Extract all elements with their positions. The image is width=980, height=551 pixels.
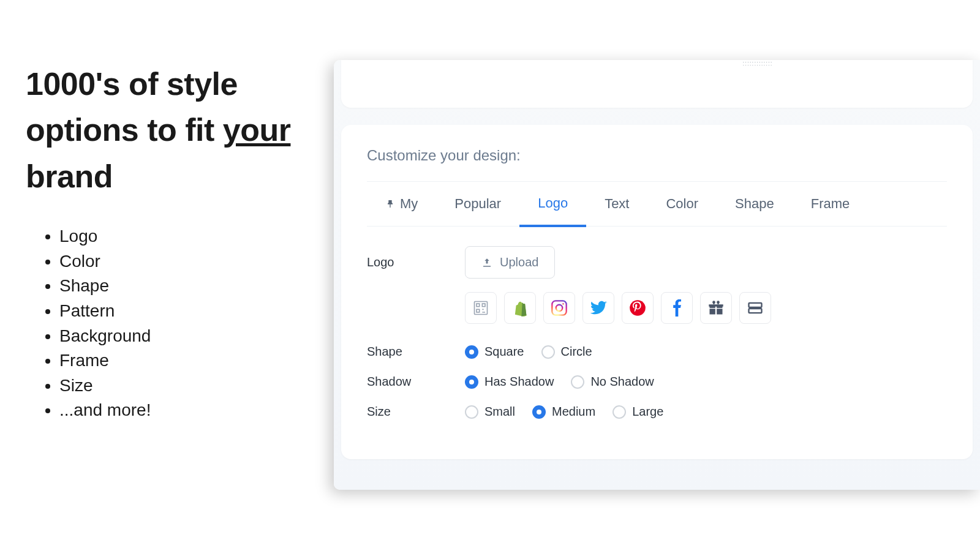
instagram-icon: [551, 299, 568, 317]
shopify-icon: [511, 299, 529, 317]
preview-card: :::::::::::::: [341, 60, 973, 108]
radio-label: Circle: [561, 345, 592, 359]
radio-size-medium[interactable]: Medium: [532, 405, 595, 419]
radio-label: Small: [484, 405, 515, 419]
radio-icon: [541, 345, 555, 359]
feature-list: Logo Color Shape Pattern Background Fram…: [26, 224, 295, 423]
svg-rect-8: [749, 303, 762, 307]
size-label: Size: [367, 405, 465, 419]
radio-shadow-none[interactable]: No Shadow: [571, 375, 654, 389]
headline-underlined: your: [223, 112, 291, 148]
svg-rect-2: [482, 304, 485, 307]
feature-item: Logo: [59, 224, 295, 249]
feature-item: Size: [59, 373, 295, 399]
shape-label: Shape: [367, 345, 465, 359]
feature-item: Color: [59, 249, 295, 274]
headline-part1: 1000's of style options to fit: [26, 66, 238, 148]
tab-label: Frame: [811, 196, 850, 212]
size-radio-group: Small Medium Large: [465, 405, 663, 419]
feature-item: Pattern: [59, 299, 295, 324]
headline-part2: brand: [26, 159, 113, 194]
logo-settings: Logo Upload: [341, 227, 973, 419]
tab-popular[interactable]: Popular: [436, 182, 519, 226]
feature-item: Background: [59, 324, 295, 349]
preset-gift[interactable]: [700, 292, 732, 324]
radio-icon: [465, 345, 478, 359]
shadow-label: Shadow: [367, 375, 465, 389]
svg-point-6: [562, 303, 564, 305]
customize-title: Customize your design:: [341, 125, 973, 181]
feature-item: Frame: [59, 348, 295, 373]
preset-qr[interactable]: [465, 292, 497, 324]
preset-shopify[interactable]: [504, 292, 536, 324]
marketing-copy: 1000's of style options to fit your bran…: [26, 61, 295, 423]
upload-icon: [481, 257, 492, 268]
radio-label: Medium: [552, 405, 595, 419]
preset-pinterest[interactable]: [622, 292, 654, 324]
pinterest-icon: [629, 299, 646, 317]
tab-label: Color: [666, 196, 698, 212]
feature-item: ...and more!: [59, 398, 295, 423]
headline: 1000's of style options to fit your bran…: [26, 61, 295, 200]
radio-shape-square[interactable]: Square: [465, 345, 524, 359]
radio-label: Has Shadow: [484, 375, 554, 389]
svg-rect-9: [749, 309, 762, 313]
svg-rect-3: [477, 309, 480, 312]
radio-icon: [532, 405, 546, 419]
preset-layout[interactable]: [739, 292, 771, 324]
radio-icon: [612, 405, 626, 419]
tab-frame[interactable]: Frame: [793, 182, 869, 226]
tab-label: My: [400, 196, 418, 212]
design-tabs: My Popular Logo Text Color Shape Frame: [367, 181, 947, 227]
tab-label: Logo: [538, 195, 568, 211]
feature-item: Shape: [59, 274, 295, 299]
logo-presets: [465, 292, 947, 324]
pin-icon: [385, 199, 395, 209]
logo-row: Logo Upload: [367, 246, 947, 279]
upload-button[interactable]: Upload: [465, 246, 555, 279]
qr-icon: [472, 299, 489, 317]
customize-card: Customize your design: My Popular Logo T…: [341, 125, 973, 459]
tab-label: Shape: [735, 196, 774, 212]
gift-icon: [707, 299, 725, 317]
customize-panel: ::::::::::::: Customize your design: My …: [334, 60, 980, 490]
shadow-row: Shadow Has Shadow No Shadow: [367, 375, 947, 389]
radio-shape-circle[interactable]: Circle: [541, 345, 592, 359]
tab-label: Popular: [454, 196, 501, 212]
radio-size-small[interactable]: Small: [465, 405, 515, 419]
shadow-radio-group: Has Shadow No Shadow: [465, 375, 654, 389]
layout-icon: [747, 299, 764, 317]
facebook-icon: [668, 299, 685, 317]
svg-point-5: [556, 305, 563, 312]
radio-icon: [571, 375, 584, 389]
radio-label: Large: [632, 405, 663, 419]
svg-rect-4: [552, 301, 566, 315]
tab-text[interactable]: Text: [586, 182, 647, 226]
radio-shadow-has[interactable]: Has Shadow: [465, 375, 554, 389]
upload-label: Upload: [500, 255, 538, 269]
radio-size-large[interactable]: Large: [612, 405, 663, 419]
tab-my[interactable]: My: [367, 182, 436, 226]
tab-color[interactable]: Color: [647, 182, 717, 226]
radio-label: Square: [484, 345, 524, 359]
tab-label: Text: [605, 196, 629, 212]
twitter-icon: [589, 299, 608, 317]
shape-row: Shape Square Circle: [367, 345, 947, 359]
radio-label: No Shadow: [590, 375, 654, 389]
preset-twitter[interactable]: [582, 292, 614, 324]
radio-icon: [465, 405, 478, 419]
radio-icon: [465, 375, 478, 389]
svg-rect-1: [477, 304, 480, 307]
tab-logo[interactable]: Logo: [519, 182, 586, 227]
preset-instagram[interactable]: [543, 292, 575, 324]
preset-facebook[interactable]: [661, 292, 693, 324]
logo-label: Logo: [367, 255, 465, 269]
size-row: Size Small Medium Large: [367, 405, 947, 419]
tab-shape[interactable]: Shape: [717, 182, 793, 226]
shape-radio-group: Square Circle: [465, 345, 592, 359]
drag-handle-icon[interactable]: :::::::::::::: [743, 60, 773, 67]
